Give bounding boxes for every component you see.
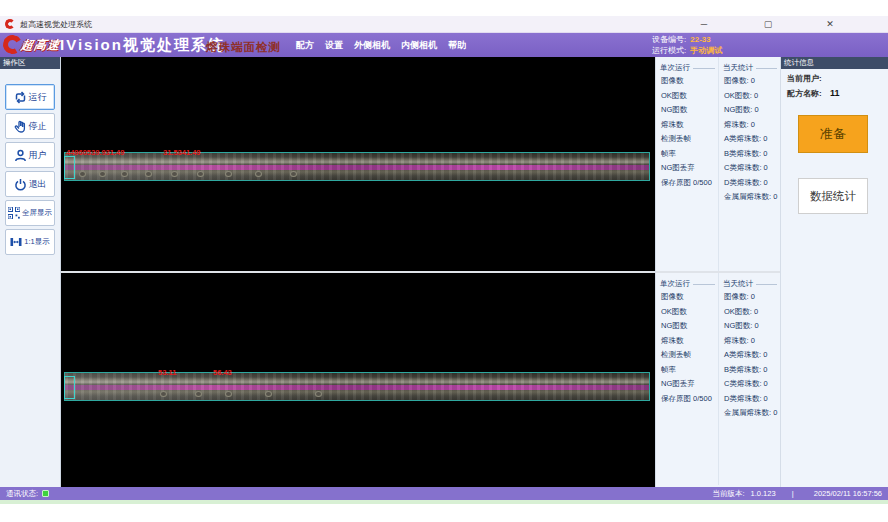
stat-row: 图像数: [656, 290, 718, 305]
stats-panel-top: 单次运行 图像数OK图数NG图数熔珠数检测丢帧帧率NG图丢弃保存原图 0/500…: [656, 57, 780, 271]
stat-row: NG图数: 0: [719, 103, 780, 118]
user-label: 用户: [29, 149, 47, 162]
stat-row: B类熔珠数: 0: [719, 363, 780, 378]
daily-rows: 图像数: 0OK图数: 0NG图数: 0熔珠数: 0A类熔珠数: 0B类熔珠数:…: [719, 290, 780, 421]
single-run-column: 单次运行 图像数OK图数NG图数熔珠数检测丢帧帧率NG图丢弃保存原图 0/500: [656, 273, 718, 485]
stat-row: NG图数: [656, 319, 718, 334]
stat-row: 保存原图 0/500: [656, 176, 718, 191]
stat-row: NG图丢弃: [656, 377, 718, 392]
stat-row: NG图丢弃: [656, 161, 718, 176]
brand-name: 超高速: [20, 37, 62, 54]
app-header: 超高速 IVision视觉处理系统 熔珠端面检测 配方设置外侧相机内侧相机帮助 …: [0, 33, 888, 57]
weld-strip-image: [64, 372, 650, 401]
menu-item[interactable]: 内侧相机: [401, 39, 437, 52]
menu-item[interactable]: 帮助: [448, 39, 466, 52]
separator: |: [792, 489, 794, 498]
prepare-button[interactable]: 准备: [798, 115, 868, 153]
run-button[interactable]: 运行: [5, 84, 55, 110]
fullscreen-button[interactable]: 全屏显示: [5, 200, 55, 226]
stat-row: 图像数: 0: [719, 290, 780, 305]
daily-column: 当天统计 图像数: 0OK图数: 0NG图数: 0熔珠数: 0A类熔珠数: 0B…: [718, 57, 780, 271]
sidebar-title: 操作区: [0, 57, 60, 69]
stat-row: 金属屑熔珠数: 0: [719, 406, 780, 421]
single-run-column: 单次运行 图像数OK图数NG图数熔珠数检测丢帧帧率NG图丢弃保存原图 0/500: [656, 57, 718, 271]
fullscreen-grid-icon: [8, 207, 20, 219]
single-run-title: 单次运行: [656, 276, 718, 290]
weld-strip-image: [64, 152, 650, 181]
version-value: 1.0.123: [751, 489, 776, 498]
stat-row: OK图数: [656, 305, 718, 320]
menu-item[interactable]: 配方: [296, 39, 314, 52]
stat-row: 检测丢帧: [656, 348, 718, 363]
minimize-button[interactable]: ─: [692, 16, 716, 33]
stat-row: NG图数: 0: [719, 319, 780, 334]
run-loop-icon: [14, 91, 27, 104]
stat-row: C类熔珠数: 0: [719, 161, 780, 176]
comm-status-label: 通讯状态:: [6, 489, 38, 499]
recipe-value: 11: [830, 88, 840, 98]
stop-button[interactable]: 停止: [5, 113, 55, 139]
stat-row: 金属屑熔珠数: 0: [719, 190, 780, 205]
stat-row: NG图数: [656, 103, 718, 118]
device-info: 设备编号:22-33 运行模式:手动调试: [652, 34, 722, 56]
app-subtitle: 熔珠端面检测: [206, 40, 281, 55]
stat-row: A类熔珠数: 0: [719, 132, 780, 147]
power-icon: [14, 178, 27, 191]
stat-row: OK图数: 0: [719, 305, 780, 320]
one-to-one-button[interactable]: 1:1显示: [5, 229, 55, 255]
datetime: 2025/02/11 16:57:56: [814, 489, 882, 498]
stat-row: 图像数: [656, 74, 718, 89]
detection-box: [64, 376, 75, 399]
user-icon: [14, 149, 27, 162]
comm-status: 通讯状态:: [6, 489, 49, 499]
exit-button[interactable]: 退出: [5, 171, 55, 197]
stat-row: D类熔珠数: 0: [719, 176, 780, 191]
one-to-one-label: 1:1显示: [24, 237, 49, 247]
outer-camera-viewport: 44960539.931.49 31.5341.49: [61, 57, 655, 271]
statistics-columns: 单次运行 图像数OK图数NG图数熔珠数检测丢帧帧率NG图丢弃保存原图 0/500…: [655, 57, 780, 487]
single-run-rows: 图像数OK图数NG图数熔珠数检测丢帧帧率NG图丢弃保存原图 0/500: [656, 74, 718, 190]
stat-row: OK图数: [656, 89, 718, 104]
daily-rows: 图像数: 0OK图数: 0NG图数: 0熔珠数: 0A类熔珠数: 0B类熔珠数:…: [719, 74, 780, 205]
current-user-label: 当前用户:: [787, 74, 822, 83]
exit-label: 退出: [29, 178, 47, 191]
close-button[interactable]: ✕: [818, 16, 842, 33]
recipe-label: 配方名称:: [787, 89, 822, 98]
run-label: 运行: [29, 91, 47, 104]
stat-row: 帧率: [656, 363, 718, 378]
menu-item[interactable]: 设置: [325, 39, 343, 52]
measurement-annotation: 53.11: [158, 368, 176, 377]
stat-row: 帧率: [656, 147, 718, 162]
stat-row: 熔珠数: [656, 118, 718, 133]
daily-title: 当天统计: [719, 276, 780, 290]
mode-label: 运行模式:: [652, 46, 686, 55]
daily-column: 当天统计 图像数: 0OK图数: 0NG图数: 0熔珠数: 0A类熔珠数: 0B…: [718, 273, 780, 485]
status-bar: 通讯状态: 当前版本: 1.0.123 | 2025/02/11 16:57:5…: [0, 487, 888, 500]
info-panel-title: 统计信息: [781, 57, 888, 69]
data-statistics-button[interactable]: 数据统计: [798, 178, 868, 214]
device-value: 22-33: [690, 35, 710, 44]
stop-label: 停止: [29, 120, 47, 133]
stat-row: 熔珠数: [656, 334, 718, 349]
stat-row: 熔珠数: 0: [719, 118, 780, 133]
app-logo-icon: [5, 19, 15, 29]
single-run-rows: 图像数OK图数NG图数熔珠数检测丢帧帧率NG图丢弃保存原图 0/500: [656, 290, 718, 406]
stat-row: C类熔珠数: 0: [719, 377, 780, 392]
one-to-one-icon: [10, 236, 22, 248]
single-run-title: 单次运行: [656, 60, 718, 74]
menu-item[interactable]: 外侧相机: [354, 39, 390, 52]
version-datetime: 当前版本: 1.0.123 | 2025/02/11 16:57:56: [708, 489, 882, 499]
stat-row: B类熔珠数: 0: [719, 147, 780, 162]
measurement-annotation: 31.5341.49: [163, 148, 201, 157]
user-button[interactable]: 用户: [5, 142, 55, 168]
stat-row: 熔珠数: 0: [719, 334, 780, 349]
stat-row: 保存原图 0/500: [656, 392, 718, 407]
os-titlebar: 超高速视觉处理系统 ─ ▢ ✕: [0, 16, 888, 33]
stat-row: D类熔珠数: 0: [719, 392, 780, 407]
maximize-button[interactable]: ▢: [756, 16, 780, 33]
recipe-row: 配方名称: 11: [781, 84, 888, 99]
info-panel: 统计信息 当前用户: 配方名称: 11 准备 数据统计: [780, 57, 888, 487]
stat-row: A类熔珠数: 0: [719, 348, 780, 363]
daily-title: 当天统计: [719, 60, 780, 74]
measurement-annotation: 56.43: [213, 368, 232, 377]
